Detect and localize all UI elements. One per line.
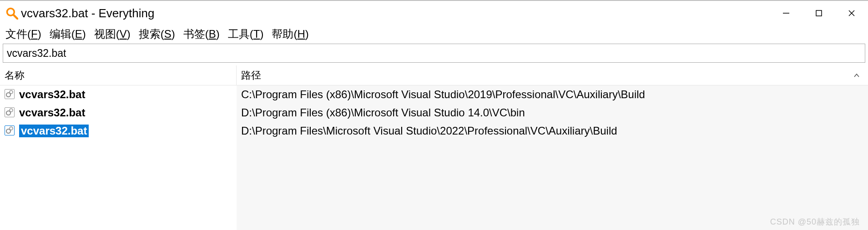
titlebar[interactable]: vcvars32.bat - Everything (0, 1, 868, 25)
menu-file[interactable]: 文件(F) (2, 26, 45, 42)
results-panel: vcvars32.bat vcvars32.bat vcvars32.bat C… (0, 85, 868, 230)
result-row[interactable]: vcvars32.bat (0, 85, 237, 104)
search-input[interactable] (3, 44, 865, 63)
minimize-button[interactable] (770, 1, 802, 25)
bat-file-icon (5, 125, 15, 136)
svg-line-1 (14, 15, 18, 19)
menubar: 文件(F) 编辑(E) 视图(V) 搜索(S) 书签(B) 工具(T) 帮助(H… (0, 25, 868, 43)
result-filename: vcvars32.bat (19, 88, 85, 101)
maximize-button[interactable] (802, 1, 835, 25)
result-row-selected[interactable]: vcvars32.bat (0, 122, 237, 140)
window-controls (770, 1, 868, 25)
result-filename: vcvars32.bat (19, 125, 89, 137)
everything-app-icon (5, 7, 18, 20)
column-header-name-label: 名称 (5, 69, 25, 82)
search-area (0, 43, 868, 65)
menu-edit[interactable]: 编辑(E) (46, 26, 90, 42)
menu-search[interactable]: 搜索(S) (135, 26, 179, 42)
svg-rect-3 (816, 10, 822, 16)
bat-file-icon (5, 107, 15, 118)
close-button[interactable] (835, 1, 868, 25)
column-header-name[interactable]: 名称 (0, 65, 237, 85)
column-header-path-label: 路径 (241, 69, 261, 82)
result-row[interactable]: vcvars32.bat (0, 104, 237, 122)
result-path[interactable]: C:\Program Files (x86)\Microsoft Visual … (237, 85, 868, 104)
menu-tools[interactable]: 工具(T) (224, 26, 267, 42)
path-column: C:\Program Files (x86)\Microsoft Visual … (237, 85, 868, 230)
result-filename: vcvars32.bat (19, 106, 85, 119)
bat-file-icon (5, 89, 15, 100)
menu-bookmarks[interactable]: 书签(B) (180, 26, 223, 42)
results-header: 名称 路径 (0, 65, 868, 85)
result-path[interactable]: D:\Program Files\Microsoft Visual Studio… (237, 122, 868, 140)
everything-window: vcvars32.bat - Everything 文件(F) 编辑(E) 视图… (0, 0, 868, 230)
name-column: vcvars32.bat vcvars32.bat vcvars32.bat (0, 85, 237, 230)
menu-view[interactable]: 视图(V) (91, 26, 134, 42)
window-title: vcvars32.bat - Everything (21, 6, 770, 20)
result-path[interactable]: D:\Program Files (x86)\Microsoft Visual … (237, 104, 868, 122)
sort-indicator-icon (853, 71, 860, 80)
menu-help[interactable]: 帮助(H) (268, 26, 312, 42)
column-header-path[interactable]: 路径 (237, 65, 868, 85)
